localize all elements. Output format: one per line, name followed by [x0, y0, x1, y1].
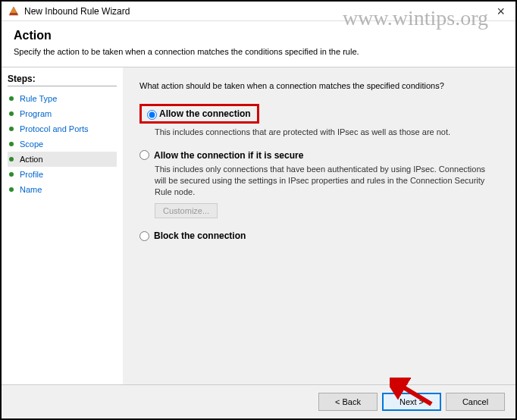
close-icon[interactable]: ×	[492, 5, 509, 18]
bullet-icon	[9, 172, 14, 177]
step-label: Rule Type	[20, 94, 57, 103]
option-description: This includes connections that are prote…	[155, 127, 499, 138]
step-profile[interactable]: Profile	[8, 167, 117, 182]
steps-sidebar: Steps: Rule Type Program Protocol and Po…	[2, 67, 123, 393]
step-label: Name	[20, 185, 42, 194]
step-action[interactable]: Action	[8, 152, 117, 167]
next-button[interactable]: Next >	[382, 393, 441, 411]
step-program[interactable]: Program	[8, 106, 117, 121]
step-rule-type[interactable]: Rule Type	[8, 91, 117, 106]
radio-allow-secure[interactable]	[139, 150, 149, 160]
titlebar: New Inbound Rule Wizard ×	[2, 2, 515, 21]
svg-rect-0	[10, 13, 17, 15]
step-label: Program	[20, 109, 52, 118]
page-subtitle: Specify the action to be taken when a co…	[14, 47, 503, 56]
main-panel: What action should be taken when a conne…	[123, 67, 515, 393]
option-allow-secure: Allow the connection if it is secure Thi…	[139, 150, 499, 219]
window-title: New Inbound Rule Wizard	[24, 6, 130, 17]
option-label: Allow the connection	[159, 108, 251, 119]
step-label: Profile	[20, 170, 43, 179]
option-label: Block the connection	[154, 230, 246, 241]
customize-button: Customize...	[155, 203, 218, 218]
page-title: Action	[14, 29, 503, 42]
option-label: Allow the connection if it is secure	[154, 150, 303, 161]
steps-label: Steps:	[8, 74, 117, 84]
divider	[8, 86, 117, 86]
cancel-button[interactable]: Cancel	[446, 393, 505, 411]
bullet-icon	[9, 96, 14, 101]
firewall-icon	[8, 5, 20, 17]
step-name[interactable]: Name	[8, 182, 117, 197]
bullet-icon	[9, 187, 14, 192]
wizard-header: Action Specify the action to be taken wh…	[2, 21, 515, 67]
button-bar: < Back Next > Cancel	[2, 384, 515, 418]
step-label: Scope	[20, 139, 43, 149]
radio-allow[interactable]	[147, 110, 157, 120]
step-label: Protocol and Ports	[20, 124, 89, 133]
highlight-box: Allow the connection	[139, 104, 259, 124]
bullet-icon	[9, 111, 14, 116]
step-protocol-ports[interactable]: Protocol and Ports	[8, 121, 117, 136]
step-label: Action	[20, 155, 43, 164]
bullet-icon	[9, 127, 14, 131]
question-text: What action should be taken when a conne…	[139, 81, 499, 90]
back-button[interactable]: < Back	[318, 393, 378, 411]
radio-block[interactable]	[139, 231, 149, 241]
option-description: This includes only connections that have…	[155, 164, 499, 198]
bullet-icon	[9, 142, 14, 146]
bullet-icon	[9, 157, 14, 161]
option-block: Block the connection	[139, 230, 499, 241]
step-scope[interactable]: Scope	[8, 136, 117, 152]
option-allow: Allow the connection This includes conne…	[139, 104, 499, 138]
